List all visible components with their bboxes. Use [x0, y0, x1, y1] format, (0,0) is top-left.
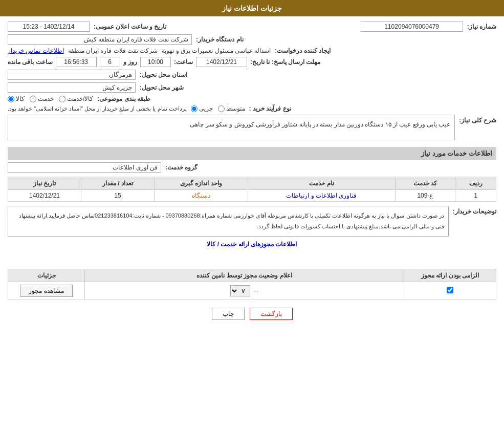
time-value: 10:00: [140, 57, 171, 67]
back-button[interactable]: بازگشت: [250, 308, 293, 320]
cell-name: فناوری اطلاعات و ارتباطات: [248, 190, 396, 202]
cell-code: ع-109: [395, 190, 455, 202]
process-option-1-label: جزیی: [199, 105, 213, 112]
permit-col-mandatory: الزامی بودن ارائه مجوز: [404, 269, 496, 282]
creator-label: ایجاد کننده درخواست:: [275, 47, 331, 54]
print-button[interactable]: چاپ: [212, 308, 245, 320]
buyer-name-label: نام دستگاه خریدار:: [196, 36, 244, 43]
need-number-label: شماره نیاز:: [467, 23, 496, 30]
announce-date-label: تاریخ و ساعت اعلان عمومی:: [94, 23, 166, 30]
cell-date: 1402/12/21: [8, 190, 81, 202]
category-option-2-label: خدمت: [38, 95, 54, 102]
col-qty: تعداد / مقدار: [81, 177, 155, 190]
category-option-1[interactable]: کالا: [8, 95, 25, 102]
col-row-num: ردیف: [455, 177, 496, 190]
permit-mandatory-cell: [404, 282, 496, 300]
category-option-3[interactable]: کالا/خدمت: [59, 95, 93, 102]
time-label: ساعت:: [174, 58, 193, 66]
main-content: شماره نیاز: 1102094076000479 تاریخ و ساع…: [0, 16, 504, 333]
permit-status-value: --: [254, 287, 258, 294]
buyer-notes-label: توضیحات خریدار:: [453, 206, 496, 215]
permit-col-details: جزئیات: [8, 269, 85, 282]
page-container: جزئیات اطلاعات نیاز شماره نیاز: 11020940…: [0, 0, 504, 448]
col-unit: واحد اندازه گیری: [154, 177, 248, 190]
reply-deadline-label: مهلت ارسال پاسخ: تا تاریخ:: [250, 58, 320, 66]
process-type-label: نوع فرآیند خرید :: [249, 105, 291, 112]
category-option-2[interactable]: خدمت: [30, 95, 54, 102]
permit-status-select[interactable]: ∨: [230, 285, 250, 296]
city-label: شهر محل تحویل:: [140, 84, 184, 91]
permit-table: الزامی بودن ارائه مجوز اعلام وضعیت مجوز …: [8, 269, 496, 300]
province-value: هرمزگان: [8, 70, 136, 80]
day-value: 6: [100, 57, 120, 67]
permit-row: -- ∨ مشاهده مجوز: [8, 282, 496, 300]
creator-org: شرکت نفت فلات قاره ایران منطقه: [68, 47, 158, 54]
buyer-name-value: شرکت نفت فلات قاره ایران منطقه کیش: [8, 34, 192, 45]
province-label: استان محل تحویل:: [140, 71, 187, 78]
category-label: طبقه بندی موضوعی:: [97, 95, 150, 102]
cell-row: 1: [455, 190, 496, 202]
cell-unit: دستگاه: [154, 190, 248, 202]
table-row: 1 ع-109 فناوری اطلاعات و ارتباطات دستگاه…: [8, 190, 496, 202]
buyer-notes-value: در صورت داشتن سوال یا نیاز به هرگونه اطل…: [8, 206, 449, 237]
col-service-name: نام خدمت: [248, 177, 396, 190]
city-value: جزیره کیش: [8, 82, 136, 93]
remaining-label: ساعت باقی مانده: [8, 58, 53, 66]
need-desc-label: شرح کلی نیاز:: [459, 115, 496, 124]
announce-date-value: 1402/12/14 - 15:23: [8, 22, 90, 32]
day-label: روز و: [123, 58, 137, 66]
cell-qty: 15: [81, 190, 155, 202]
service-table: ردیف کد خدمت نام خدمت واحد اندازه گیری ت…: [8, 177, 496, 202]
action-buttons: بازگشت چاپ: [8, 308, 496, 320]
page-header: جزئیات اطلاعات نیاز: [0, 0, 504, 16]
need-number-value: 1102094076000479: [361, 22, 463, 32]
process-option-1[interactable]: جزیی: [191, 105, 213, 112]
category-radio-group: کالا/خدمت خدمت کالا: [8, 95, 93, 102]
process-option-2[interactable]: متوسط: [218, 105, 245, 112]
service-info-header: اطلاعات خدمات مورد نیاز: [8, 147, 496, 160]
remaining-value: 16:56:33: [56, 57, 97, 67]
process-option-2-label: متوسط: [226, 105, 245, 112]
category-option-3-label: کالا/خدمت: [67, 95, 93, 102]
creator-link[interactable]: اطلاعات تماس خریدار: [8, 47, 64, 54]
date-value: 1402/12/21: [196, 57, 247, 67]
permit-section-label: اطلاعات مجوزهای ارائه خدمت / کالا: [207, 241, 297, 248]
creator-value: اسداله عباسی مسئول تعمیرات برق و تهویه: [162, 47, 271, 54]
permit-status-cell: -- ∨: [85, 282, 404, 300]
need-desc-value: عیب یابی ورفع عیب از ۱۵ دستگاه دوربین مد…: [8, 115, 455, 140]
permit-mandatory-checkbox[interactable]: [447, 287, 453, 293]
process-radio-group: متوسط جزیی: [191, 105, 245, 112]
category-option-1-label: کالا: [16, 95, 25, 102]
col-service-code: کد خدمت: [395, 177, 455, 190]
service-group-value: فن آوری اطلاعات: [8, 162, 161, 173]
permit-col-status: اعلام وضعیت مجوز توسط نامین کننده: [85, 269, 404, 282]
view-permit-button[interactable]: مشاهده مجوز: [20, 285, 72, 297]
process-note: پرداخت تمام یا بخشی از مبلغ خریدار از مح…: [8, 105, 187, 112]
col-need-date: تاریخ نیاز: [8, 177, 81, 190]
page-title: جزئیات اطلاعات نیاز: [222, 4, 282, 12]
service-group-label: گروه خدمت:: [165, 164, 198, 171]
permit-details-cell: مشاهده مجوز: [8, 282, 85, 300]
